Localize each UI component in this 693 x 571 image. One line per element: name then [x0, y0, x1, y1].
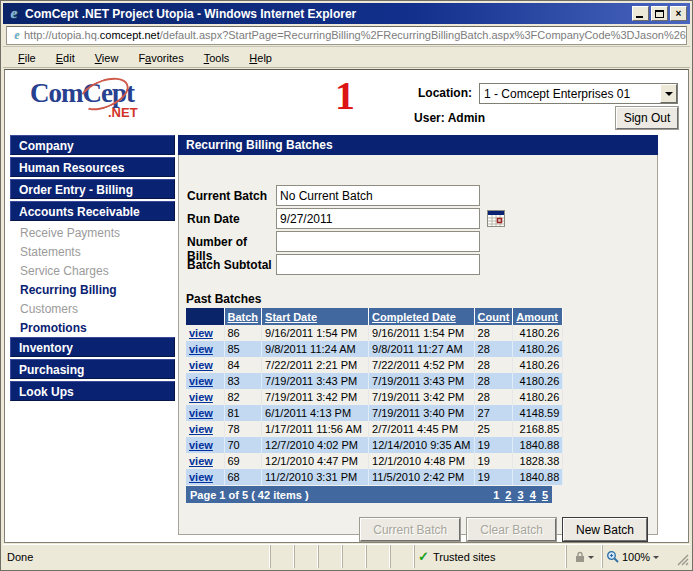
column-completed-date[interactable]: Completed Date [369, 308, 474, 325]
location-dropdown-arrow-icon[interactable] [660, 84, 677, 103]
current-batch-field[interactable] [276, 185, 480, 206]
cell-count: 25 [474, 421, 513, 437]
menu-edit[interactable]: Edit [47, 50, 84, 66]
minimize-button[interactable] [632, 6, 649, 21]
pager-page-1: 1 [493, 489, 499, 501]
current-batch-button: Current Batch [360, 518, 460, 541]
sidebar-item-recurring-billing[interactable]: Recurring Billing [10, 280, 175, 299]
pager-page-3[interactable]: 3 [518, 489, 524, 501]
view-link[interactable]: view [189, 327, 213, 339]
location-selected-value: 1 - Comcept Enterprises 01 [480, 84, 660, 103]
view-link[interactable]: view [189, 439, 213, 451]
table-row: view 85 9/8/2011 11:24 AM 9/8/2011 11:27… [186, 341, 563, 357]
pager-links: 1 2 3 4 5 [490, 489, 548, 501]
cell-count: 28 [474, 341, 513, 357]
new-batch-button[interactable]: New Batch [563, 518, 647, 541]
trusted-check-icon: ✓ [418, 549, 429, 564]
location-select[interactable]: 1 - Comcept Enterprises 01 [479, 83, 678, 104]
menu-tools[interactable]: Tools [195, 50, 239, 66]
cell-amount: 4148.59 [513, 405, 563, 421]
table-row: view 78 1/17/2011 11:56 AM 2/7/2011 4:45… [186, 421, 563, 437]
cell-completed: 7/19/2011 3:42 PM [369, 389, 474, 405]
protected-mode-dropdown-icon [588, 556, 594, 562]
url-domain: comcept.net [100, 29, 160, 41]
window-title: ComCept .NET Project Utopia - Windows In… [25, 7, 632, 21]
protected-mode-pane[interactable] [566, 545, 602, 568]
cell-count: 28 [474, 357, 513, 373]
cell-completed: 7/19/2011 3:43 PM [369, 373, 474, 389]
status-pane [390, 545, 414, 568]
ie-logo-icon: e [6, 5, 22, 22]
location-label: Location: [357, 86, 472, 100]
view-link[interactable]: view [189, 359, 213, 371]
sidebar-item-statements[interactable]: Statements [10, 242, 175, 261]
cell-amount: 1828.38 [513, 453, 563, 469]
cell-completed: 11/5/2010 2:42 PM [369, 469, 474, 485]
cell-completed: 9/16/2011 1:54 PM [369, 325, 474, 341]
cell-batch: 68 [224, 469, 262, 485]
column-batch[interactable]: Batch [224, 308, 262, 325]
cell-batch: 78 [224, 421, 262, 437]
menu-favorites[interactable]: Favorites [129, 50, 192, 66]
menu-help[interactable]: Help [240, 50, 281, 66]
table-row: view 86 9/16/2011 1:54 PM 9/16/2011 1:54… [186, 325, 563, 341]
view-link[interactable]: view [189, 471, 213, 483]
table-row: view 84 7/22/2011 2:21 PM 7/22/2011 4:52… [186, 357, 563, 373]
zoom-magnifier-icon [606, 550, 619, 563]
sidebar-item-human-resources[interactable]: Human Resources [10, 157, 175, 177]
zoom-control[interactable]: 100% [602, 545, 690, 568]
view-link[interactable]: view [189, 391, 213, 403]
column-amount[interactable]: Amount [513, 308, 563, 325]
menu-file[interactable]: File [9, 50, 45, 66]
cell-amount: 1840.88 [513, 437, 563, 453]
lock-icon [574, 551, 586, 563]
menu-bar: File Edit View Favorites Tools Help [3, 48, 690, 68]
view-link[interactable]: view [189, 407, 213, 419]
view-link[interactable]: view [189, 423, 213, 435]
sidebar-item-company[interactable]: Company [10, 135, 175, 155]
cell-amount: 4180.26 [513, 341, 563, 357]
url-input[interactable]: e http://utopia.hq.comcept.net/default.a… [6, 26, 687, 45]
cell-amount: 2168.85 [513, 421, 563, 437]
number-of-bills-field[interactable] [276, 231, 480, 252]
pager-page-4[interactable]: 4 [530, 489, 536, 501]
column-start-date[interactable]: Start Date [262, 308, 369, 325]
security-zone-label: Trusted sites [433, 551, 496, 563]
pager-page-2[interactable]: 2 [505, 489, 511, 501]
cell-start: 12/7/2010 4:02 PM [262, 437, 369, 453]
table-row: view 83 7/19/2011 3:43 PM 7/19/2011 3:43… [186, 373, 563, 389]
sidebar-item-promotions[interactable]: Promotions [10, 318, 175, 337]
calendar-icon[interactable] [487, 210, 505, 227]
maximize-button[interactable] [651, 6, 668, 21]
pager-page-5[interactable]: 5 [542, 489, 548, 501]
address-bar: e http://utopia.hq.comcept.net/default.a… [3, 24, 690, 47]
sidebar-item-inventory[interactable]: Inventory [10, 337, 175, 357]
past-batches-table: Batch Start Date Completed Date Count Am… [186, 308, 563, 485]
view-link[interactable]: view [189, 343, 213, 355]
cell-start: 7/19/2011 3:42 PM [262, 389, 369, 405]
close-button[interactable]: × [670, 6, 687, 21]
cell-completed: 7/19/2011 3:40 PM [369, 405, 474, 421]
cell-batch: 86 [224, 325, 262, 341]
sidebar-item-receive-payments[interactable]: Receive Payments [10, 223, 175, 242]
security-zone-pane: ✓ Trusted sites [414, 545, 566, 568]
resize-grip[interactable] [677, 554, 689, 566]
view-link[interactable]: view [189, 375, 213, 387]
sidebar-item-accounts-receivable[interactable]: Accounts Receivable [10, 201, 175, 221]
menu-view[interactable]: View [86, 50, 128, 66]
sign-out-button[interactable]: Sign Out [616, 107, 678, 129]
sidebar-item-look-ups[interactable]: Look Ups [10, 381, 175, 401]
cell-start: 1/17/2011 11:56 AM [262, 421, 369, 437]
sidebar-item-purchasing[interactable]: Purchasing [10, 359, 175, 379]
zoom-dropdown-icon [653, 556, 659, 562]
sidebar-item-service-charges[interactable]: Service Charges [10, 261, 175, 280]
column-count[interactable]: Count [474, 308, 513, 325]
cell-start: 7/22/2011 2:21 PM [262, 357, 369, 373]
run-date-field[interactable] [276, 208, 480, 229]
view-link[interactable]: view [189, 455, 213, 467]
cell-count: 27 [474, 405, 513, 421]
batch-subtotal-field[interactable] [276, 254, 480, 275]
sidebar-item-customers[interactable]: Customers [10, 299, 175, 318]
sidebar-item-order-entry-billing[interactable]: Order Entry - Billing [10, 179, 175, 199]
user-label: User: Admin [357, 111, 485, 125]
